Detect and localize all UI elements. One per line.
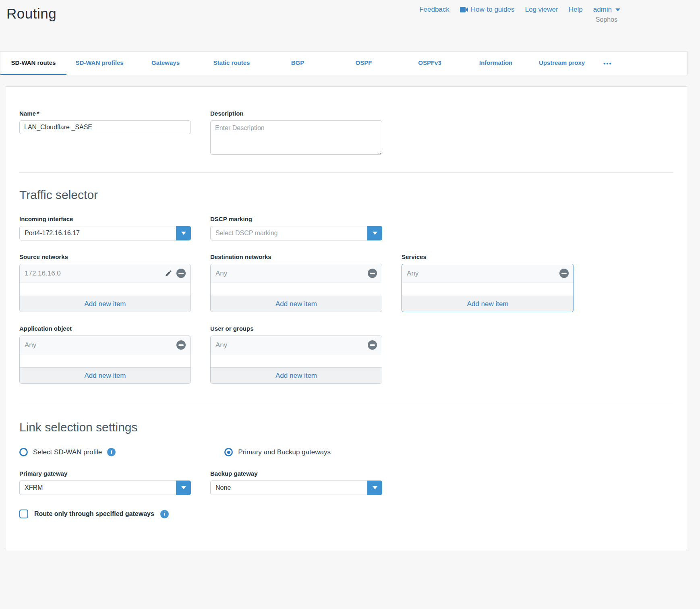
edit-pencil-icon[interactable] — [165, 269, 172, 277]
user-or-groups-label: User or groups — [210, 325, 382, 332]
tab-information[interactable]: Information — [463, 52, 529, 75]
source-networks-add-button[interactable]: Add new item — [20, 296, 191, 312]
destination-networks-panel: Any Add new item — [210, 264, 382, 312]
radio-label: Primary and Backup gateways — [238, 448, 331, 456]
tab-static-routes[interactable]: Static routes — [199, 52, 265, 75]
backup-gateway-dropdown[interactable]: None — [210, 481, 382, 495]
destination-networks-label: Destination networks — [210, 253, 382, 260]
source-networks-label: Source networks — [19, 253, 191, 260]
admin-menu[interactable]: admin — [593, 6, 620, 14]
log-viewer-label: Log viewer — [525, 6, 558, 14]
how-to-guides-label: How-to guides — [471, 6, 515, 14]
incoming-interface-dropdown[interactable]: Port4-172.16.16.17 — [19, 226, 191, 240]
more-tabs-button[interactable]: ••• — [595, 52, 621, 75]
route-only-checkbox-row[interactable]: Route only through specified gateways — [19, 510, 673, 518]
panel-spacer — [20, 354, 191, 367]
interface-dscp-row: Incoming interface Port4-172.16.16.17 DS… — [19, 215, 673, 240]
dscp-marking-dropdown[interactable]: Select DSCP marking — [210, 226, 382, 240]
radio-label: Select SD-WAN profile — [33, 448, 102, 456]
admin-label: admin — [593, 6, 612, 14]
backup-gateway-value: None — [211, 484, 367, 491]
application-object-label: Application object — [19, 325, 191, 332]
remove-item-icon[interactable] — [368, 269, 377, 278]
sd-wan-route-form: Name* Description Traffic selector Incom… — [6, 86, 687, 550]
user-or-groups-add-button[interactable]: Add new item — [211, 367, 382, 383]
name-label-text: Name — [19, 110, 36, 117]
name-input[interactable] — [19, 120, 191, 134]
tab-sd-wan-routes[interactable]: SD-WAN routes — [0, 52, 66, 75]
how-to-guides-link[interactable]: How-to guides — [460, 6, 515, 14]
triangle-down-icon — [181, 232, 186, 235]
source-networks-panel: 172.16.16.0 Add new item — [19, 264, 191, 312]
services-add-button[interactable]: Add new item — [402, 296, 574, 312]
help-link[interactable]: Help — [569, 6, 583, 14]
services-label: Services — [402, 253, 574, 260]
user-or-groups-value: Any — [215, 341, 368, 349]
route-only-checkbox-label: Route only through specified gateways — [34, 510, 154, 518]
section-divider — [19, 172, 673, 173]
service-item: Any — [402, 264, 574, 283]
tab-upstream-proxy[interactable]: Upstream proxy — [529, 52, 595, 75]
panel-spacer — [211, 354, 382, 367]
remove-item-icon[interactable] — [559, 269, 569, 278]
tab-ospf[interactable]: OSPF — [331, 52, 397, 75]
primary-gateway-value: XFRM — [20, 484, 176, 491]
dscp-marking-dropdown-button[interactable] — [367, 226, 382, 240]
destination-network-value: Any — [215, 269, 368, 278]
radio-unselected-icon[interactable] — [19, 448, 28, 456]
info-icon[interactable] — [160, 510, 169, 518]
route-only-checkbox[interactable] — [19, 510, 28, 518]
dscp-marking-placeholder: Select DSCP marking — [211, 230, 367, 237]
application-object-item: Any — [20, 336, 191, 354]
user-or-groups-item: Any — [211, 336, 382, 354]
source-network-item: 172.16.16.0 — [20, 264, 191, 283]
description-label: Description — [210, 110, 382, 117]
application-object-panel: Any Add new item — [19, 336, 191, 384]
radio-primary-backup-gateways[interactable]: Primary and Backup gateways — [224, 448, 331, 456]
remove-item-icon[interactable] — [176, 340, 186, 350]
user-or-groups-panel: Any Add new item — [210, 336, 382, 384]
name-label: Name* — [19, 110, 191, 117]
backup-gateway-dropdown-button[interactable] — [367, 481, 382, 495]
chevron-down-icon — [615, 8, 620, 11]
gateway-row: Primary gateway XFRM Backup gateway None — [19, 470, 673, 495]
destination-networks-add-button[interactable]: Add new item — [211, 296, 382, 312]
routing-tabbar: SD-WAN routes SD-WAN profiles Gateways S… — [0, 51, 688, 75]
feedback-label: Feedback — [419, 6, 449, 14]
traffic-selector-heading: Traffic selector — [19, 188, 673, 202]
panel-spacer — [211, 283, 382, 296]
application-object-add-button[interactable]: Add new item — [20, 367, 191, 383]
required-asterisk: * — [37, 110, 39, 117]
source-network-value: 172.16.16.0 — [25, 269, 165, 278]
page-header: Routing Feedback How-to guides Log viewe… — [0, 0, 700, 51]
radio-select-sd-wan-profile[interactable]: Select SD-WAN profile — [19, 448, 116, 456]
tab-sd-wan-profiles[interactable]: SD-WAN profiles — [66, 52, 133, 75]
info-icon[interactable] — [107, 448, 116, 456]
panel-spacer — [402, 283, 574, 296]
triangle-down-icon — [373, 232, 377, 235]
remove-item-icon[interactable] — [368, 340, 377, 350]
primary-gateway-dropdown-button[interactable] — [176, 481, 191, 495]
description-input[interactable] — [210, 120, 382, 155]
primary-gateway-label: Primary gateway — [19, 470, 191, 477]
feedback-link[interactable]: Feedback — [419, 6, 449, 14]
gateway-mode-radio-group: Select SD-WAN profile Primary and Backup… — [19, 448, 673, 456]
tab-gateways[interactable]: Gateways — [133, 52, 199, 75]
service-value: Any — [407, 269, 559, 278]
log-viewer-link[interactable]: Log viewer — [525, 6, 558, 14]
video-camera-icon — [460, 7, 468, 12]
incoming-interface-label: Incoming interface — [19, 215, 191, 222]
application-user-row: Application object Any Add new item User… — [19, 325, 673, 384]
dscp-marking-label: DSCP marking — [210, 215, 382, 222]
tab-ospfv3[interactable]: OSPFv3 — [397, 52, 463, 75]
triangle-down-icon — [181, 486, 186, 489]
link-selection-heading: Link selection settings — [19, 420, 673, 434]
tab-bgp[interactable]: BGP — [265, 52, 331, 75]
primary-gateway-dropdown[interactable]: XFRM — [19, 481, 191, 495]
incoming-interface-value: Port4-172.16.16.17 — [20, 230, 176, 237]
section-divider — [19, 405, 673, 405]
radio-selected-icon[interactable] — [224, 448, 233, 456]
remove-item-icon[interactable] — [176, 269, 186, 278]
destination-network-item: Any — [211, 264, 382, 283]
incoming-interface-dropdown-button[interactable] — [176, 226, 191, 240]
